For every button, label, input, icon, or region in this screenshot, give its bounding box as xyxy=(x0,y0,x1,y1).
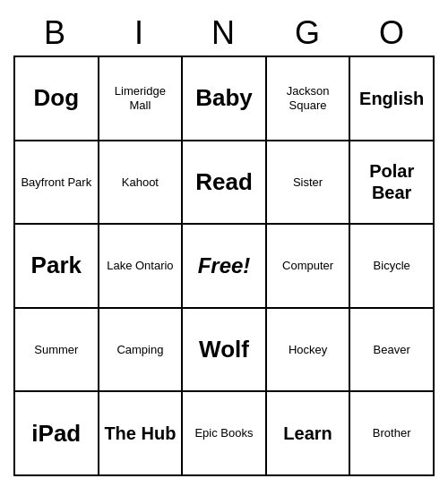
cell-text-0-3: Jackson Square xyxy=(271,84,346,112)
cell-text-4-3: Learn xyxy=(283,423,332,444)
cell-text-0-1: Limeridge Mall xyxy=(103,84,178,112)
cell-text-2-2: Free! xyxy=(198,253,251,279)
row-2: ParkLake OntarioFree!ComputerBicycle xyxy=(15,225,435,309)
cell-0-1: Limeridge Mall xyxy=(99,57,184,141)
bingo-card: BINGO DogLimeridge MallBabyJackson Squar… xyxy=(13,11,435,476)
cell-text-0-4: English xyxy=(359,88,424,109)
cell-4-3: Learn xyxy=(267,392,351,476)
bingo-header: BINGO xyxy=(13,11,435,56)
cell-2-3: Computer xyxy=(267,225,351,309)
header-letter-B: B xyxy=(13,11,98,56)
cell-text-1-4: Polar Bear xyxy=(354,160,429,203)
cell-3-4: Beaver xyxy=(350,309,435,393)
cell-1-0: Bayfront Park xyxy=(15,141,99,226)
cell-1-3: Sister xyxy=(267,141,351,226)
cell-4-0: iPad xyxy=(15,392,99,476)
cell-4-2: Epic Books xyxy=(183,392,267,476)
cell-1-4: Polar Bear xyxy=(350,141,435,226)
cell-text-3-3: Hockey xyxy=(289,343,327,357)
row-1: Bayfront ParkKahootReadSisterPolar Bear xyxy=(15,141,435,226)
cell-2-1: Lake Ontario xyxy=(99,225,184,309)
cell-text-4-2: Epic Books xyxy=(194,426,253,440)
header-letter-N: N xyxy=(182,11,266,56)
cell-0-2: Baby xyxy=(183,57,267,141)
cell-text-4-4: Brother xyxy=(373,426,411,440)
cell-text-0-2: Baby xyxy=(195,84,253,112)
cell-4-4: Brother xyxy=(350,392,435,476)
header-letter-I: I xyxy=(98,11,182,56)
cell-text-1-1: Kahoot xyxy=(122,175,159,190)
cell-1-1: Kahoot xyxy=(99,141,184,226)
row-0: DogLimeridge MallBabyJackson SquareEngli… xyxy=(15,57,435,141)
row-3: SummerCampingWolfHockeyBeaver xyxy=(15,309,435,393)
cell-text-3-1: Camping xyxy=(116,343,163,357)
cell-text-1-2: Read xyxy=(195,168,253,196)
cell-1-2: Read xyxy=(183,141,267,226)
cell-3-1: Camping xyxy=(99,309,184,393)
cell-text-2-4: Bicycle xyxy=(374,259,410,273)
cell-text-2-3: Computer xyxy=(282,259,333,273)
cell-0-0: Dog xyxy=(15,57,99,141)
cell-2-2: Free! xyxy=(183,225,267,309)
bingo-grid: DogLimeridge MallBabyJackson SquareEngli… xyxy=(13,56,435,476)
cell-3-3: Hockey xyxy=(267,309,351,393)
cell-2-4: Bicycle xyxy=(350,225,435,309)
cell-text-1-0: Bayfront Park xyxy=(21,175,91,190)
cell-text-3-2: Wolf xyxy=(199,336,249,363)
cell-2-0: Park xyxy=(15,225,99,309)
cell-text-4-1: The Hub xyxy=(104,423,176,444)
cell-text-1-3: Sister xyxy=(293,175,323,190)
cell-3-2: Wolf xyxy=(183,309,267,393)
cell-4-1: The Hub xyxy=(99,392,184,476)
cell-text-4-0: iPad xyxy=(31,420,81,448)
cell-text-0-0: Dog xyxy=(34,84,80,112)
row-4: iPadThe HubEpic BooksLearnBrother xyxy=(15,392,435,476)
header-letter-G: G xyxy=(266,11,350,56)
cell-3-0: Summer xyxy=(15,309,99,393)
cell-text-2-0: Park xyxy=(31,252,82,279)
cell-text-3-0: Summer xyxy=(34,343,78,357)
cell-text-2-1: Lake Ontario xyxy=(107,259,173,273)
header-letter-O: O xyxy=(350,11,435,56)
cell-0-3: Jackson Square xyxy=(267,57,351,141)
cell-0-4: English xyxy=(350,57,435,141)
cell-text-3-4: Beaver xyxy=(374,343,410,357)
